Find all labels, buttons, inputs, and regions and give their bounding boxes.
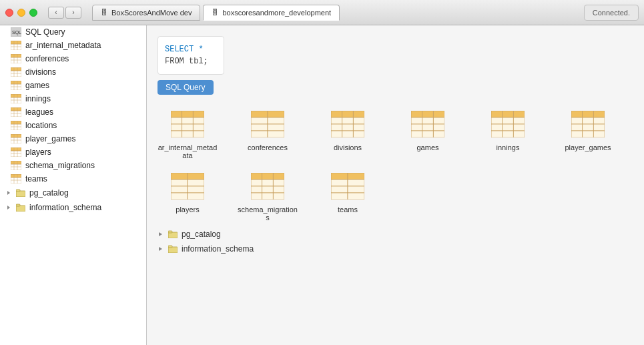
table-card-innings[interactable]: innings (478, 111, 538, 159)
tab-boxscores-development[interactable]: 🗄 boxscoresandmore_development (203, 5, 340, 21)
sidebar-item-sql-query[interactable]: SQL SQL Query (0, 25, 146, 39)
svg-rect-146 (171, 186, 188, 193)
svg-rect-161 (273, 193, 284, 200)
sidebar-item-innings[interactable]: innings (0, 92, 146, 105)
svg-rect-26 (11, 94, 21, 97)
table-card-players[interactable]: players (157, 173, 218, 222)
svg-rect-90 (251, 124, 268, 131)
sidebar-folder-pg_catalog[interactable]: pg_catalog (0, 186, 146, 200)
table-icon (11, 147, 21, 157)
sidebar-folder-label: pg_catalog (29, 188, 69, 198)
svg-rect-113 (422, 124, 434, 131)
tab1-label: BoxScoresAndMove dev (111, 9, 192, 17)
maximize-button[interactable] (29, 9, 37, 17)
table-visual (571, 111, 605, 139)
svg-rect-157 (262, 186, 274, 193)
svg-rect-87 (268, 111, 284, 117)
table-card-ar_internal_metadata[interactable]: ar_internal_metadata (157, 111, 218, 159)
sql-query-box[interactable]: SELECT * FROM tbl; (157, 36, 224, 75)
svg-rect-103 (331, 131, 342, 137)
sidebar-item-ar_internal_metadata[interactable]: ar_internal_metadata (0, 39, 146, 52)
traffic-lights (5, 9, 37, 17)
svg-rect-117 (433, 131, 444, 137)
table-card-games[interactable]: games (398, 111, 458, 159)
svg-rect-81 (182, 124, 194, 131)
svg-rect-122 (503, 117, 514, 124)
svg-rect-76 (193, 111, 204, 117)
svg-rect-138 (593, 124, 605, 131)
svg-rect-73 (16, 204, 20, 206)
sidebar-item-player_games[interactable]: player_games (0, 132, 146, 145)
svg-rect-121 (491, 117, 503, 124)
sidebar-item-leagues[interactable]: leagues (0, 105, 146, 119)
chevron-right-icon (157, 231, 164, 238)
svg-rect-140 (583, 131, 594, 137)
sidebar-item-teams[interactable]: teams (0, 172, 146, 186)
sidebar: SQL SQL Query ar_internal_metadata confe… (0, 25, 147, 345)
svg-rect-158 (273, 186, 284, 193)
sidebar-item-divisions[interactable]: divisions (0, 65, 146, 79)
svg-rect-123 (513, 117, 525, 124)
table-card-schema_migrations[interactable]: schema_migrations (238, 173, 298, 222)
svg-rect-44 (11, 134, 21, 137)
svg-rect-150 (251, 173, 262, 180)
svg-rect-126 (513, 124, 525, 131)
svg-rect-151 (262, 173, 274, 180)
forward-button[interactable]: › (65, 7, 81, 19)
svg-rect-149 (188, 193, 204, 200)
svg-rect-133 (571, 117, 583, 124)
content-folder-label: pg_catalog (182, 230, 221, 239)
table-visual (331, 173, 364, 202)
table-visual (251, 173, 284, 202)
sidebar-item-games[interactable]: games (0, 79, 146, 92)
table-card-player_games[interactable]: player_games (558, 111, 618, 159)
table-card-divisions[interactable]: divisions (318, 111, 378, 159)
sql-select-keyword: SELECT * (165, 45, 204, 54)
sidebar-table-label: leagues (25, 107, 53, 117)
content-folder-pg_catalog[interactable]: pg_catalog (157, 227, 633, 242)
sidebar-item-locations[interactable]: locations (0, 119, 146, 132)
folder-icon (168, 230, 178, 238)
sidebar-item-schema_migrations[interactable]: schema_migrations (0, 159, 146, 172)
svg-rect-164 (331, 180, 348, 186)
close-button[interactable] (5, 9, 13, 17)
sidebar-table-label: schema_migrations (25, 161, 95, 170)
svg-rect-93 (268, 131, 284, 137)
content-folder-information_schema[interactable]: information_schema (157, 242, 633, 256)
table-visual (171, 173, 204, 202)
table-visual (331, 111, 364, 139)
content-folders: pg_catalog information_schema (157, 227, 633, 256)
svg-rect-8 (11, 54, 21, 57)
folder-icon (16, 189, 25, 197)
sidebar-table-label: ar_internal_metadata (25, 41, 101, 50)
svg-rect-162 (331, 173, 348, 180)
svg-rect-83 (171, 131, 182, 137)
table-icon (11, 161, 21, 170)
tab-boxscores-dev[interactable]: 🗄 BoxScoresAndMove dev (92, 5, 200, 21)
sidebar-item-conferences[interactable]: conferences (0, 52, 146, 65)
svg-rect-130 (571, 111, 583, 117)
table-icon (11, 134, 21, 143)
svg-rect-152 (273, 173, 284, 180)
svg-rect-109 (411, 117, 422, 124)
back-button[interactable]: ‹ (48, 7, 64, 19)
table-card-label: ar_internal_metadata (157, 143, 218, 159)
connection-status: Connected. (584, 5, 639, 21)
svg-rect-127 (491, 131, 503, 137)
sidebar-item-players[interactable]: players (0, 145, 146, 159)
table-icon (11, 94, 21, 103)
sql-query-button[interactable]: SQL Query (157, 80, 214, 95)
sidebar-folder-information_schema[interactable]: information_schema (0, 200, 146, 215)
svg-rect-88 (251, 117, 268, 124)
svg-rect-114 (433, 124, 444, 131)
minimize-button[interactable] (17, 9, 25, 17)
svg-rect-62 (11, 174, 21, 178)
sidebar-table-label: divisions (25, 67, 56, 77)
sidebar-table-label: locations (25, 121, 57, 130)
svg-rect-56 (11, 161, 21, 164)
main-layout: SQL SQL Query ar_internal_metadata confe… (0, 25, 644, 345)
table-card-teams[interactable]: teams (318, 173, 378, 222)
nav-buttons: ‹ › (48, 7, 81, 19)
table-card-conferences[interactable]: conferences (238, 111, 298, 159)
svg-rect-153 (251, 180, 262, 186)
